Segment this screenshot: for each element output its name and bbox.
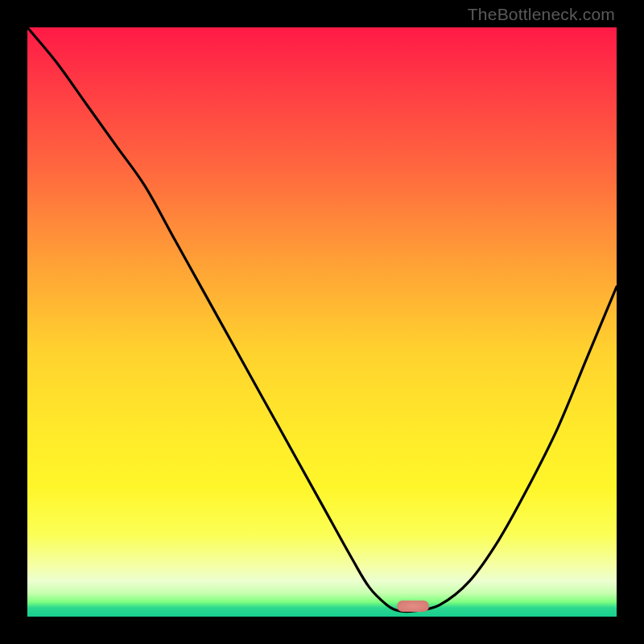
optimum-marker <box>397 601 429 612</box>
curve-path <box>27 27 617 612</box>
chart-frame: TheBottleneck.com <box>0 0 644 644</box>
bottleneck-curve <box>27 27 617 617</box>
watermark-text: TheBottleneck.com <box>468 5 615 24</box>
